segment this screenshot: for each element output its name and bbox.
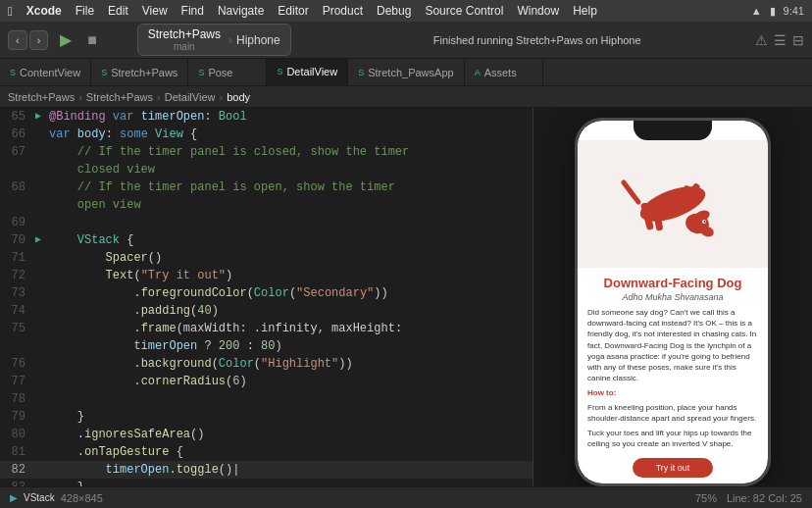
code-content-73: .foregroundColor(Color("Secondary")) — [49, 284, 525, 302]
status-bar-right: 75% Line: 82 Col: 25 — [695, 492, 802, 504]
project-branch-label: main — [174, 41, 195, 52]
back-button[interactable]: ‹ — [8, 30, 27, 50]
tab-assets[interactable]: A Assets — [465, 59, 543, 85]
tab-label-pose: Pose — [208, 67, 232, 78]
tab-label-contentview: ContentView — [20, 67, 80, 78]
swift-icon-contentview: S — [10, 68, 16, 77]
chevron-right-icon: › — [228, 33, 232, 47]
step-1: From a kneeling position, place your han… — [587, 402, 758, 424]
line-info: Line: 82 Col: 25 — [727, 492, 802, 504]
breadcrumb-item-folder[interactable]: Stretch+Paws — [86, 91, 153, 103]
swift-icon-pose: S — [198, 68, 204, 77]
scheme-selector[interactable]: Stretch+Paws main › Hiphone — [137, 24, 291, 56]
menu-edit[interactable]: Edit — [108, 4, 128, 18]
zoom-level: 75% — [695, 492, 717, 504]
line-num-75: 75 — [0, 320, 35, 337]
line-num-68: 68 — [0, 178, 35, 196]
warning-icon: ⚠ — [755, 32, 768, 48]
pose-image-area — [578, 140, 768, 268]
menu-product[interactable]: Product — [323, 4, 363, 18]
status-component: VStack — [24, 492, 55, 503]
tab-stretchpawsapp[interactable]: S Stretch_PawsApp — [348, 59, 464, 85]
navigator-icon[interactable]: ☰ — [774, 32, 787, 48]
svg-point-9 — [704, 221, 706, 223]
tab-contentview[interactable]: S ContentView — [0, 59, 91, 85]
breadcrumb-item-file[interactable]: DetailView — [165, 91, 216, 103]
tab-label-assets: Assets — [484, 67, 517, 78]
code-line-75b: timerOpen ? 200 : 80) — [0, 337, 533, 355]
inspector-icon[interactable]: ⊟ — [792, 32, 804, 48]
run-button[interactable]: ▶ — [56, 28, 76, 51]
code-line-69: 69 — [0, 214, 533, 231]
tab-detailview[interactable]: S DetailView — [267, 59, 348, 85]
code-line-76: 76 .background(Color("Highlight")) — [0, 355, 533, 373]
menu-debug[interactable]: Debug — [377, 4, 411, 18]
toolbar-project: Stretch+Paws main › Hiphone — [109, 24, 319, 56]
code-line-78: 78 — [0, 390, 533, 408]
line-num-77: 77 — [0, 373, 35, 390]
scheme-device-label: Hiphone — [236, 33, 280, 47]
run-line-65[interactable]: ▶ — [35, 108, 49, 126]
code-content-74: .padding(40) — [49, 302, 525, 320]
code-line-72: 72 Text("Try it out") — [0, 267, 533, 284]
pose-title: Downward-Facing Dog — [587, 276, 758, 290]
apple-logo:  — [8, 4, 13, 19]
run-line-70[interactable]: ▶ — [35, 231, 49, 249]
preview-panel: Downward-Facing Dog Adho Mukha Shvanasan… — [533, 108, 812, 486]
code-content-70: VStack { — [49, 231, 525, 249]
menu-editor[interactable]: Editor — [278, 4, 308, 18]
code-line-68: 68 // If the timer panel is open, show t… — [0, 178, 533, 196]
wifi-icon: ▲ — [751, 5, 762, 17]
menu-view[interactable]: View — [142, 4, 168, 18]
try-it-out-button[interactable]: Try it out — [633, 458, 714, 478]
line-num-83: 83 — [0, 479, 35, 486]
code-line-79: 79 } — [0, 408, 533, 426]
line-num-76: 76 — [0, 355, 35, 373]
tab-pose[interactable]: S Pose — [188, 59, 267, 85]
code-content-81: .onTapGesture { — [49, 443, 525, 461]
menu-xcode[interactable]: Xcode — [26, 4, 62, 18]
toolbar-nav: ‹ › — [8, 30, 48, 50]
menu-navigate[interactable]: Navigate — [218, 4, 264, 18]
breadcrumb: Stretch+Paws › Stretch+Paws › DetailView… — [0, 86, 812, 108]
code-line-67: 67 // If the timer panel is closed, show… — [0, 143, 533, 161]
dog-illustration — [609, 155, 736, 253]
code-editor[interactable]: 65 ▶ @Binding var timerOpen: Bool 66 var… — [0, 108, 533, 486]
code-line-75: 75 .frame(maxWidth: .infinity, maxHeight… — [0, 320, 533, 337]
toolbar: ‹ › ▶ ■ Stretch+Paws main › Hiphone Fini… — [0, 22, 812, 59]
breadcrumb-item-symbol[interactable]: body — [227, 91, 250, 103]
status-bar-left: ▶ VStack 428×845 — [10, 492, 103, 504]
swift-icon-detailview: S — [277, 67, 282, 76]
menu-file[interactable]: File — [76, 4, 94, 18]
stop-button[interactable]: ■ — [83, 29, 101, 51]
status-bar: ▶ VStack 428×845 75% Line: 82 Col: 25 — [0, 486, 812, 508]
code-content-65: @Binding var timerOpen: Bool — [49, 108, 525, 126]
menu-help[interactable]: Help — [573, 4, 597, 18]
menu-source-control[interactable]: Source Control — [425, 4, 503, 18]
line-num-82: 82 — [0, 461, 35, 479]
menu-window[interactable]: Window — [517, 4, 559, 18]
tab-stretchpaws[interactable]: S Stretch+Paws — [91, 59, 188, 85]
code-content-71: Spacer() — [49, 249, 525, 267]
pose-subtitle: Adho Mukha Shvanasana — [587, 292, 758, 302]
status-message: Finished running Stretch+Paws on Hiphone — [433, 34, 641, 46]
code-line-77: 77 .cornerRadius(6) — [0, 373, 533, 390]
build-status: Finished running Stretch+Paws on Hiphone — [327, 34, 747, 46]
phone-notch — [634, 121, 712, 140]
code-content-76: .background(Color("Highlight")) — [49, 355, 525, 373]
code-content-75: .frame(maxWidth: .infinity, maxHeight: — [49, 320, 525, 337]
forward-button[interactable]: › — [29, 30, 49, 50]
toolbar-icons-right: ⚠ ☰ ⊟ — [755, 32, 804, 48]
code-line-65: 65 ▶ @Binding var timerOpen: Bool — [0, 108, 533, 126]
code-line-71: 71 Spacer() — [0, 249, 533, 267]
breadcrumb-item-project[interactable]: Stretch+Paws — [8, 91, 75, 103]
line-num-74: 74 — [0, 302, 35, 320]
swift-icon-stretchpawsapp: S — [358, 68, 364, 77]
code-line-68b: open view — [0, 196, 533, 214]
code-line-73: 73 .foregroundColor(Color("Secondary")) — [0, 284, 533, 302]
battery-icon: ▮ — [770, 5, 776, 18]
step-2: Tuck your toes and lift your hips up tow… — [587, 428, 758, 449]
tab-label-detailview: DetailView — [286, 66, 337, 77]
menu-find[interactable]: Find — [181, 4, 204, 18]
tab-label-stretchpawsapp: Stretch_PawsApp — [368, 67, 453, 78]
